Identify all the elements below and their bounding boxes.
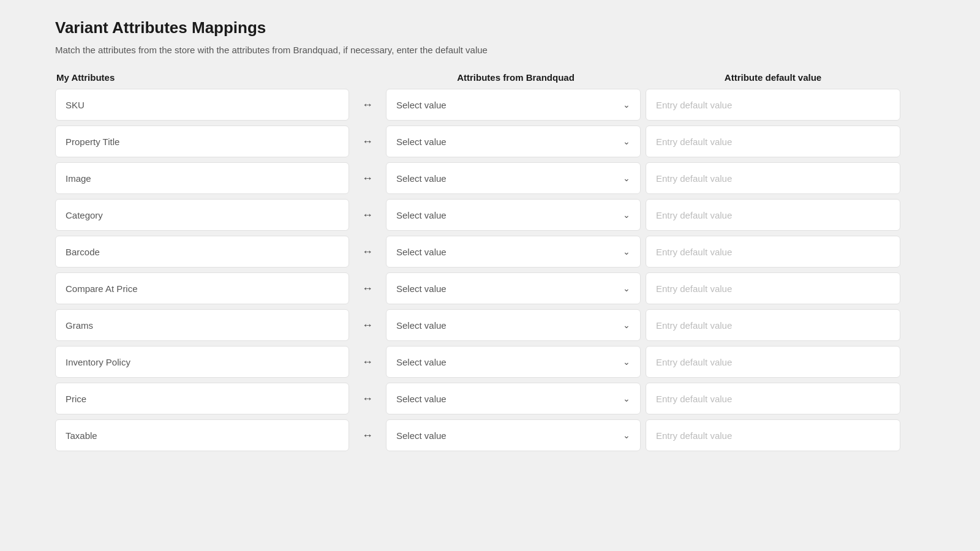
- bidirectional-arrow-icon-inventory-policy: ↔: [349, 356, 386, 369]
- default-value-field-property-title[interactable]: Entry default value: [646, 126, 900, 157]
- select-field-compare-at-price[interactable]: Select value⌄: [386, 272, 641, 304]
- mapping-row-category: Category↔Select value⌄Entry default valu…: [55, 199, 925, 231]
- mapping-row-property-title: Property Title↔Select value⌄Entry defaul…: [55, 126, 925, 157]
- select-placeholder-sku: Select value: [396, 100, 447, 110]
- select-field-barcode[interactable]: Select value⌄: [386, 236, 641, 268]
- chevron-down-icon-property-title: ⌄: [623, 137, 630, 146]
- chevron-down-icon-price: ⌄: [623, 394, 630, 403]
- attr-field-sku: SKU: [55, 89, 349, 121]
- select-placeholder-image: Select value: [396, 173, 447, 184]
- default-value-field-category[interactable]: Entry default value: [646, 199, 900, 231]
- default-value-field-barcode[interactable]: Entry default value: [646, 236, 900, 268]
- attr-field-inventory-policy: Inventory Policy: [55, 346, 349, 378]
- select-placeholder-category: Select value: [396, 210, 447, 220]
- col-header-default-value: Attribute default value: [644, 72, 902, 83]
- attr-field-grams: Grams: [55, 309, 349, 341]
- attr-field-price: Price: [55, 383, 349, 414]
- default-value-field-image[interactable]: Entry default value: [646, 162, 900, 194]
- select-placeholder-compare-at-price: Select value: [396, 283, 447, 294]
- select-field-sku[interactable]: Select value⌄: [386, 89, 641, 121]
- attr-field-taxable: Taxable: [55, 419, 349, 451]
- mapping-row-taxable: Taxable↔Select value⌄Entry default value: [55, 419, 925, 451]
- default-value-field-grams[interactable]: Entry default value: [646, 309, 900, 341]
- default-value-field-inventory-policy[interactable]: Entry default value: [646, 346, 900, 378]
- select-field-grams[interactable]: Select value⌄: [386, 309, 641, 341]
- chevron-down-icon-sku: ⌄: [623, 100, 630, 110]
- mapping-row-sku: SKU↔Select value⌄Entry default value: [55, 89, 925, 121]
- select-placeholder-taxable: Select value: [396, 430, 447, 441]
- select-placeholder-barcode: Select value: [396, 247, 447, 257]
- chevron-down-icon-image: ⌄: [623, 173, 630, 183]
- select-field-category[interactable]: Select value⌄: [386, 199, 641, 231]
- mapping-row-barcode: Barcode↔Select value⌄Entry default value: [55, 236, 925, 268]
- chevron-down-icon-compare-at-price: ⌄: [623, 283, 630, 293]
- attr-field-category: Category: [55, 199, 349, 231]
- select-field-inventory-policy[interactable]: Select value⌄: [386, 346, 641, 378]
- default-value-field-compare-at-price[interactable]: Entry default value: [646, 272, 900, 304]
- mapping-row-compare-at-price: Compare At Price↔Select value⌄Entry defa…: [55, 272, 925, 304]
- mapping-row-price: Price↔Select value⌄Entry default value: [55, 383, 925, 414]
- columns-header: My Attributes Attributes from Brandquad …: [55, 72, 925, 83]
- select-placeholder-price: Select value: [396, 394, 447, 404]
- select-placeholder-grams: Select value: [396, 320, 447, 331]
- select-field-image[interactable]: Select value⌄: [386, 162, 641, 194]
- chevron-down-icon-taxable: ⌄: [623, 430, 630, 440]
- select-field-price[interactable]: Select value⌄: [386, 383, 641, 414]
- attr-field-compare-at-price: Compare At Price: [55, 272, 349, 304]
- mapping-row-image: Image↔Select value⌄Entry default value: [55, 162, 925, 194]
- bidirectional-arrow-icon-image: ↔: [349, 172, 386, 185]
- bidirectional-arrow-icon-taxable: ↔: [349, 429, 386, 442]
- chevron-down-icon-inventory-policy: ⌄: [623, 357, 630, 367]
- mapping-rows: SKU↔Select value⌄Entry default valueProp…: [55, 89, 925, 451]
- attr-field-image: Image: [55, 162, 349, 194]
- mapping-row-grams: Grams↔Select value⌄Entry default value: [55, 309, 925, 341]
- page-title: Variant Attributes Mappings: [55, 18, 925, 37]
- chevron-down-icon-category: ⌄: [623, 210, 630, 220]
- default-value-field-taxable[interactable]: Entry default value: [646, 419, 900, 451]
- attr-field-property-title: Property Title: [55, 126, 349, 157]
- bidirectional-arrow-icon-compare-at-price: ↔: [349, 282, 386, 295]
- bidirectional-arrow-icon-sku: ↔: [349, 99, 386, 111]
- bidirectional-arrow-icon-category: ↔: [349, 209, 386, 222]
- select-placeholder-inventory-policy: Select value: [396, 357, 447, 367]
- bidirectional-arrow-icon-barcode: ↔: [349, 246, 386, 258]
- bidirectional-arrow-icon-price: ↔: [349, 392, 386, 405]
- chevron-down-icon-barcode: ⌄: [623, 247, 630, 257]
- default-value-field-sku[interactable]: Entry default value: [646, 89, 900, 121]
- bidirectional-arrow-icon-grams: ↔: [349, 319, 386, 332]
- default-value-field-price[interactable]: Entry default value: [646, 383, 900, 414]
- col-header-spacer: [350, 72, 387, 83]
- attr-field-barcode: Barcode: [55, 236, 349, 268]
- main-container: Variant Attributes Mappings Match the at…: [49, 18, 931, 451]
- col-header-my-attributes: My Attributes: [56, 72, 350, 83]
- mapping-row-inventory-policy: Inventory Policy↔Select value⌄Entry defa…: [55, 346, 925, 378]
- col-header-brandquad: Attributes from Brandquad: [387, 72, 644, 83]
- bidirectional-arrow-icon-property-title: ↔: [349, 135, 386, 148]
- chevron-down-icon-grams: ⌄: [623, 320, 630, 330]
- select-field-property-title[interactable]: Select value⌄: [386, 126, 641, 157]
- page-subtitle: Match the attributes from the store with…: [55, 45, 925, 55]
- select-field-taxable[interactable]: Select value⌄: [386, 419, 641, 451]
- select-placeholder-property-title: Select value: [396, 137, 447, 147]
